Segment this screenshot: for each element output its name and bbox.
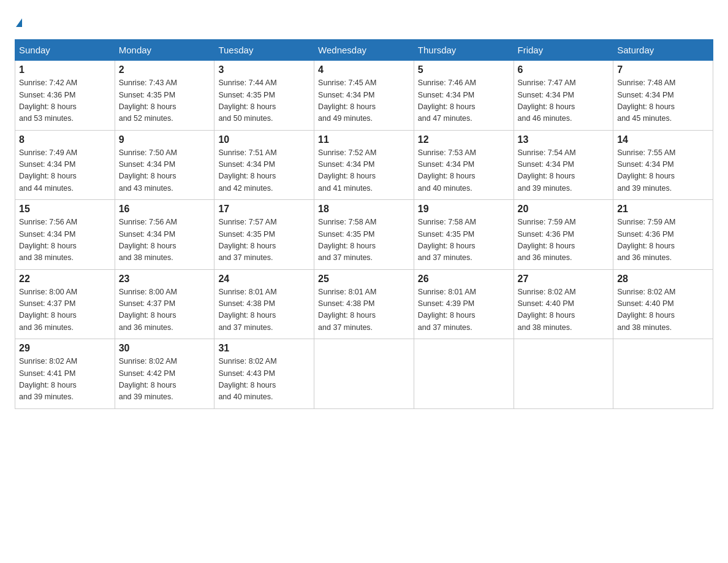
day-number: 18 — [318, 204, 410, 215]
day-number: 3 — [218, 64, 310, 75]
day-info: Sunrise: 7:59 AMSunset: 4:36 PMDaylight:… — [617, 218, 675, 262]
calendar-cell: 20 Sunrise: 7:59 AMSunset: 4:36 PMDaylig… — [514, 200, 613, 270]
calendar-cell: 21 Sunrise: 7:59 AMSunset: 4:36 PMDaylig… — [613, 200, 713, 270]
day-number: 27 — [518, 274, 610, 285]
day-number: 22 — [19, 274, 111, 285]
page-header — [15, 15, 713, 29]
col-header-monday: Monday — [115, 40, 214, 61]
day-info: Sunrise: 7:49 AMSunset: 4:34 PMDaylight:… — [19, 148, 77, 193]
day-info: Sunrise: 7:52 AMSunset: 4:34 PMDaylight:… — [318, 148, 376, 193]
col-header-wednesday: Wednesday — [314, 40, 414, 61]
calendar-cell: 27 Sunrise: 8:02 AMSunset: 4:40 PMDaylig… — [514, 269, 613, 339]
calendar-table: SundayMondayTuesdayWednesdayThursdayFrid… — [15, 39, 713, 409]
calendar-cell — [414, 339, 514, 409]
calendar-cell: 13 Sunrise: 7:54 AMSunset: 4:34 PMDaylig… — [514, 130, 613, 200]
day-number: 23 — [119, 274, 211, 285]
day-number: 20 — [518, 204, 610, 215]
day-info: Sunrise: 8:01 AMSunset: 4:38 PMDaylight:… — [218, 288, 276, 332]
day-info: Sunrise: 8:02 AMSunset: 4:41 PMDaylight:… — [19, 357, 77, 401]
calendar-cell: 3 Sunrise: 7:44 AMSunset: 4:35 PMDayligh… — [214, 61, 314, 131]
day-number: 15 — [19, 204, 111, 215]
calendar-cell: 24 Sunrise: 8:01 AMSunset: 4:38 PMDaylig… — [214, 269, 314, 339]
day-info: Sunrise: 7:45 AMSunset: 4:34 PMDaylight:… — [318, 79, 376, 123]
day-number: 17 — [218, 204, 310, 215]
col-header-tuesday: Tuesday — [214, 40, 314, 61]
day-info: Sunrise: 8:01 AMSunset: 4:39 PMDaylight:… — [418, 288, 476, 332]
day-info: Sunrise: 7:56 AMSunset: 4:34 PMDaylight:… — [119, 218, 177, 262]
calendar-cell — [314, 339, 414, 409]
day-info: Sunrise: 7:43 AMSunset: 4:35 PMDaylight:… — [119, 79, 177, 123]
calendar-cell: 8 Sunrise: 7:49 AMSunset: 4:34 PMDayligh… — [15, 130, 115, 200]
calendar-cell: 10 Sunrise: 7:51 AMSunset: 4:34 PMDaylig… — [214, 130, 314, 200]
day-info: Sunrise: 8:02 AMSunset: 4:40 PMDaylight:… — [617, 288, 675, 332]
day-number: 10 — [218, 134, 310, 145]
calendar-cell: 16 Sunrise: 7:56 AMSunset: 4:34 PMDaylig… — [115, 200, 214, 270]
day-number: 5 — [418, 64, 510, 75]
calendar-cell: 9 Sunrise: 7:50 AMSunset: 4:34 PMDayligh… — [115, 130, 214, 200]
calendar-week-row: 22 Sunrise: 8:00 AMSunset: 4:37 PMDaylig… — [15, 269, 713, 339]
calendar-cell: 15 Sunrise: 7:56 AMSunset: 4:34 PMDaylig… — [15, 200, 115, 270]
day-number: 6 — [518, 64, 610, 75]
col-header-thursday: Thursday — [414, 40, 514, 61]
calendar-week-row: 1 Sunrise: 7:42 AMSunset: 4:36 PMDayligh… — [15, 61, 713, 131]
day-info: Sunrise: 7:47 AMSunset: 4:34 PMDaylight:… — [518, 79, 576, 123]
day-info: Sunrise: 8:01 AMSunset: 4:38 PMDaylight:… — [318, 288, 376, 332]
day-number: 19 — [418, 204, 510, 215]
calendar-cell: 6 Sunrise: 7:47 AMSunset: 4:34 PMDayligh… — [514, 61, 613, 131]
calendar-cell: 23 Sunrise: 8:00 AMSunset: 4:37 PMDaylig… — [115, 269, 214, 339]
calendar-cell: 22 Sunrise: 8:00 AMSunset: 4:37 PMDaylig… — [15, 269, 115, 339]
calendar-cell: 19 Sunrise: 7:58 AMSunset: 4:35 PMDaylig… — [414, 200, 514, 270]
logo — [15, 15, 22, 29]
day-info: Sunrise: 8:02 AMSunset: 4:42 PMDaylight:… — [119, 357, 177, 401]
day-number: 11 — [318, 134, 410, 145]
day-info: Sunrise: 7:59 AMSunset: 4:36 PMDaylight:… — [518, 218, 576, 262]
day-info: Sunrise: 7:56 AMSunset: 4:34 PMDaylight:… — [19, 218, 77, 262]
calendar-cell: 2 Sunrise: 7:43 AMSunset: 4:35 PMDayligh… — [115, 61, 214, 131]
day-info: Sunrise: 7:48 AMSunset: 4:34 PMDaylight:… — [617, 79, 675, 123]
day-info: Sunrise: 7:42 AMSunset: 4:36 PMDaylight:… — [19, 79, 77, 123]
calendar-cell: 4 Sunrise: 7:45 AMSunset: 4:34 PMDayligh… — [314, 61, 414, 131]
day-number: 7 — [617, 64, 709, 75]
calendar-cell: 1 Sunrise: 7:42 AMSunset: 4:36 PMDayligh… — [15, 61, 115, 131]
day-info: Sunrise: 7:57 AMSunset: 4:35 PMDaylight:… — [218, 218, 276, 262]
logo-triangle-icon — [16, 18, 22, 27]
calendar-cell: 14 Sunrise: 7:55 AMSunset: 4:34 PMDaylig… — [613, 130, 713, 200]
day-number: 21 — [617, 204, 709, 215]
day-number: 12 — [418, 134, 510, 145]
day-info: Sunrise: 7:46 AMSunset: 4:34 PMDaylight:… — [418, 79, 476, 123]
calendar-cell: 25 Sunrise: 8:01 AMSunset: 4:38 PMDaylig… — [314, 269, 414, 339]
day-number: 28 — [617, 274, 709, 285]
day-info: Sunrise: 7:58 AMSunset: 4:35 PMDaylight:… — [418, 218, 476, 262]
day-info: Sunrise: 8:00 AMSunset: 4:37 PMDaylight:… — [19, 288, 77, 332]
col-header-friday: Friday — [514, 40, 613, 61]
day-number: 8 — [19, 134, 111, 145]
calendar-cell — [514, 339, 613, 409]
calendar-cell: 5 Sunrise: 7:46 AMSunset: 4:34 PMDayligh… — [414, 61, 514, 131]
calendar-week-row: 8 Sunrise: 7:49 AMSunset: 4:34 PMDayligh… — [15, 130, 713, 200]
day-number: 1 — [19, 64, 111, 75]
day-info: Sunrise: 7:50 AMSunset: 4:34 PMDaylight:… — [119, 148, 177, 193]
day-info: Sunrise: 8:02 AMSunset: 4:43 PMDaylight:… — [218, 357, 276, 401]
day-info: Sunrise: 7:58 AMSunset: 4:35 PMDaylight:… — [318, 218, 376, 262]
day-info: Sunrise: 7:54 AMSunset: 4:34 PMDaylight:… — [518, 148, 576, 193]
day-number: 29 — [19, 343, 111, 354]
calendar-week-row: 29 Sunrise: 8:02 AMSunset: 4:41 PMDaylig… — [15, 339, 713, 409]
day-number: 2 — [119, 64, 211, 75]
calendar-cell: 29 Sunrise: 8:02 AMSunset: 4:41 PMDaylig… — [15, 339, 115, 409]
calendar-cell: 28 Sunrise: 8:02 AMSunset: 4:40 PMDaylig… — [613, 269, 713, 339]
col-header-sunday: Sunday — [15, 40, 115, 61]
day-info: Sunrise: 7:53 AMSunset: 4:34 PMDaylight:… — [418, 148, 476, 193]
calendar-cell: 11 Sunrise: 7:52 AMSunset: 4:34 PMDaylig… — [314, 130, 414, 200]
day-number: 14 — [617, 134, 709, 145]
day-info: Sunrise: 7:51 AMSunset: 4:34 PMDaylight:… — [218, 148, 276, 193]
day-number: 25 — [318, 274, 410, 285]
calendar-week-row: 15 Sunrise: 7:56 AMSunset: 4:34 PMDaylig… — [15, 200, 713, 270]
calendar-cell: 30 Sunrise: 8:02 AMSunset: 4:42 PMDaylig… — [115, 339, 214, 409]
day-info: Sunrise: 7:55 AMSunset: 4:34 PMDaylight:… — [617, 148, 675, 193]
day-number: 13 — [518, 134, 610, 145]
day-info: Sunrise: 7:44 AMSunset: 4:35 PMDaylight:… — [218, 79, 276, 123]
calendar-cell: 17 Sunrise: 7:57 AMSunset: 4:35 PMDaylig… — [214, 200, 314, 270]
day-number: 30 — [119, 343, 211, 354]
day-number: 24 — [218, 274, 310, 285]
col-header-saturday: Saturday — [613, 40, 713, 61]
